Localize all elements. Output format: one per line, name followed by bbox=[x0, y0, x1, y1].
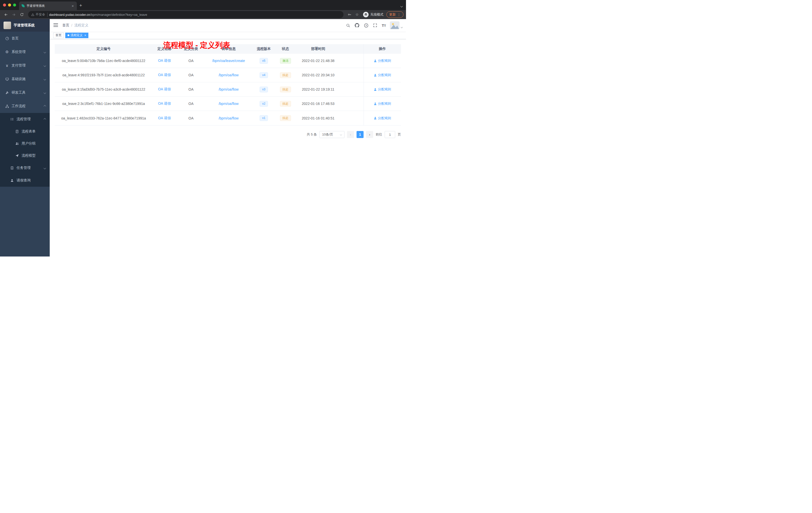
form-info-link[interactable]: /bpm/oa/flow bbox=[219, 116, 238, 120]
logo-title: 芋道管理系统 bbox=[13, 23, 35, 28]
security-label: 不安全 bbox=[36, 12, 45, 17]
form-info-link[interactable]: /bpm/oa/leave/create bbox=[212, 59, 245, 63]
assign-rule-link[interactable]: 分配规则 bbox=[374, 73, 391, 77]
cell-definition-id: oa_leave:5:004b710b-7b8a-11ec-8ef0-acde4… bbox=[55, 59, 152, 63]
definition-name-link[interactable]: OA 请假 bbox=[158, 87, 171, 91]
address-bar[interactable]: 不安全 dashboard.yudao.iocoder.cn/bpm/manag… bbox=[28, 11, 344, 18]
maximize-window-button[interactable] bbox=[13, 3, 16, 6]
minimize-window-button[interactable] bbox=[8, 3, 11, 6]
process-management-icon bbox=[10, 117, 14, 121]
status-tag: 激活 bbox=[280, 58, 291, 64]
sidebar-item-process-form[interactable]: 流程表单 bbox=[0, 125, 50, 138]
app-root: 芋道管理系统 首页 ⚙ 系统管理 ¥ 支付管理 bbox=[0, 19, 406, 256]
sidebar-filler bbox=[0, 187, 50, 256]
chrome-update-button[interactable]: 更新 ⋮ bbox=[386, 11, 404, 18]
status-tag: 挂起 bbox=[280, 101, 291, 107]
chevron-up-icon bbox=[44, 118, 46, 120]
sidebar-item-user-group[interactable]: 用户分组 bbox=[0, 138, 50, 150]
sidebar-item-home[interactable]: 首页 bbox=[0, 32, 50, 45]
sidebar-item-process-model[interactable]: 流程模型 bbox=[0, 150, 50, 162]
new-tab-button[interactable]: + bbox=[79, 3, 82, 8]
next-page-button[interactable]: › bbox=[366, 131, 373, 138]
browser-tab[interactable]: 芋道管理系统 × bbox=[19, 1, 77, 10]
assign-rule-link[interactable]: 分配规则 bbox=[374, 116, 391, 120]
tab-search-icon[interactable] bbox=[401, 3, 403, 8]
person-icon bbox=[374, 73, 377, 77]
sidebar-item-payment-management[interactable]: ¥ 支付管理 bbox=[0, 59, 50, 72]
pagination: 共 5 条 10条/页 ‹ 1 › 前往 页 bbox=[55, 131, 401, 138]
browser-toolbar: 不安全 dashboard.yudao.iocoder.cn/bpm/manag… bbox=[0, 10, 406, 19]
definition-name-link[interactable]: OA 请假 bbox=[158, 116, 171, 120]
goto-page-input[interactable] bbox=[385, 131, 395, 138]
search-icon[interactable] bbox=[346, 23, 350, 28]
version-tag: v4 bbox=[260, 72, 268, 78]
cell-definition-id: oa_leave:3:1fad3d93-7b75-11ec-a3c8-acde4… bbox=[55, 87, 152, 91]
sidebar-logo[interactable]: 芋道管理系统 bbox=[0, 19, 50, 32]
page-size-select[interactable]: 10条/页 bbox=[319, 131, 345, 138]
logo-image bbox=[3, 22, 11, 29]
avatar[interactable] bbox=[390, 21, 400, 29]
workflow-submenu: 流程管理 流程表单 用户分组 bbox=[0, 113, 50, 187]
prev-page-button[interactable]: ‹ bbox=[347, 131, 354, 138]
form-icon bbox=[15, 129, 19, 133]
dashboard-icon bbox=[5, 36, 9, 40]
col-definition-id: 定义编号 bbox=[55, 47, 152, 51]
status-tag: 挂起 bbox=[280, 72, 291, 78]
fullscreen-icon[interactable] bbox=[373, 23, 378, 28]
github-icon[interactable] bbox=[354, 23, 359, 28]
url-text: dashboard.yudao.iocoder.cn/bpm/manager/d… bbox=[49, 13, 147, 17]
bookmark-star-icon[interactable]: ☆ bbox=[354, 11, 360, 18]
sidebar-item-leave-query[interactable]: 请假查询 bbox=[0, 174, 50, 187]
sidebar-item-infrastructure[interactable]: 基础设施 bbox=[0, 72, 50, 86]
breadcrumb-separator: / bbox=[71, 23, 72, 27]
forward-icon[interactable] bbox=[10, 11, 17, 18]
tab-favicon-icon bbox=[22, 4, 25, 7]
hamburger-icon[interactable] bbox=[53, 23, 59, 28]
definition-name-link[interactable]: OA 请假 bbox=[158, 73, 171, 77]
form-info-link[interactable]: /bpm/oa/flow bbox=[219, 87, 238, 91]
table-row: oa_leave:2:3c1f0ef1-76b1-11ec-9c66-a2380… bbox=[55, 97, 401, 111]
table-row: oa_leave:4:991f2193-7b7f-11ec-a3c8-acde4… bbox=[55, 68, 401, 82]
person-icon bbox=[10, 178, 14, 182]
cell-deploy-time: 2022-01-16 01:40:51 bbox=[295, 116, 341, 120]
definition-name-link[interactable]: OA 请假 bbox=[158, 58, 171, 62]
assign-rule-link[interactable]: 分配规则 bbox=[374, 87, 391, 92]
tab-close-icon[interactable]: × bbox=[71, 4, 74, 8]
cell-category: OA bbox=[176, 116, 205, 120]
assign-rule-link[interactable]: 分配规则 bbox=[374, 58, 391, 63]
page-title-annotation: 流程模型 - 定义列表 bbox=[163, 40, 230, 51]
table-body: oa_leave:5:004b710b-7b8a-11ec-8ef0-acde4… bbox=[55, 54, 401, 125]
tag-process-definition[interactable]: 流程定义 × bbox=[65, 33, 88, 38]
page-1-button[interactable]: 1 bbox=[356, 131, 364, 138]
browser-menu-icon[interactable]: ⋮ bbox=[397, 12, 401, 17]
sidebar-item-process-management[interactable]: 流程管理 bbox=[0, 113, 50, 125]
definition-name-link[interactable]: OA 请假 bbox=[158, 101, 171, 105]
breadcrumb-home[interactable]: 首页 bbox=[62, 23, 69, 28]
help-icon[interactable]: ? bbox=[364, 23, 369, 28]
svg-text:?: ? bbox=[366, 24, 367, 27]
font-size-icon[interactable]: TT bbox=[382, 23, 386, 28]
status-tag: 挂起 bbox=[280, 87, 291, 92]
chevron-down-icon[interactable] bbox=[401, 24, 403, 29]
tag-home[interactable]: 首页 bbox=[53, 33, 64, 38]
reload-icon[interactable] bbox=[19, 11, 25, 18]
password-key-icon[interactable] bbox=[347, 11, 352, 18]
sidebar-item-task-management[interactable]: 任务管理 bbox=[0, 162, 50, 174]
security-status[interactable]: 不安全 bbox=[31, 12, 48, 17]
close-window-button[interactable] bbox=[3, 3, 6, 6]
cell-deploy-time: 2022-01-22 21:48:38 bbox=[295, 59, 341, 63]
form-info-link[interactable]: /bpm/oa/flow bbox=[219, 102, 238, 105]
col-process-version: 流程版本 bbox=[252, 47, 276, 51]
back-icon[interactable] bbox=[2, 11, 9, 18]
sidebar-item-workflow[interactable]: 工作流程 bbox=[0, 99, 50, 113]
user-avatar-wrap[interactable] bbox=[390, 21, 403, 29]
assign-rule-link[interactable]: 分配规则 bbox=[374, 101, 391, 106]
sidebar-item-system-management[interactable]: ⚙ 系统管理 bbox=[0, 45, 50, 59]
cell-definition-id: oa_leave:1:482ec033-762a-11ec-8477-a2380… bbox=[55, 116, 152, 120]
tag-close-icon[interactable]: × bbox=[84, 34, 86, 37]
monitor-icon bbox=[5, 77, 9, 81]
sidebar-item-dev-tools[interactable]: 研发工具 bbox=[0, 86, 50, 99]
form-info-link[interactable]: /bpm/oa/flow bbox=[219, 73, 238, 77]
tab-title: 芋道管理系统 bbox=[27, 4, 69, 8]
update-label: 更新 bbox=[389, 12, 396, 17]
